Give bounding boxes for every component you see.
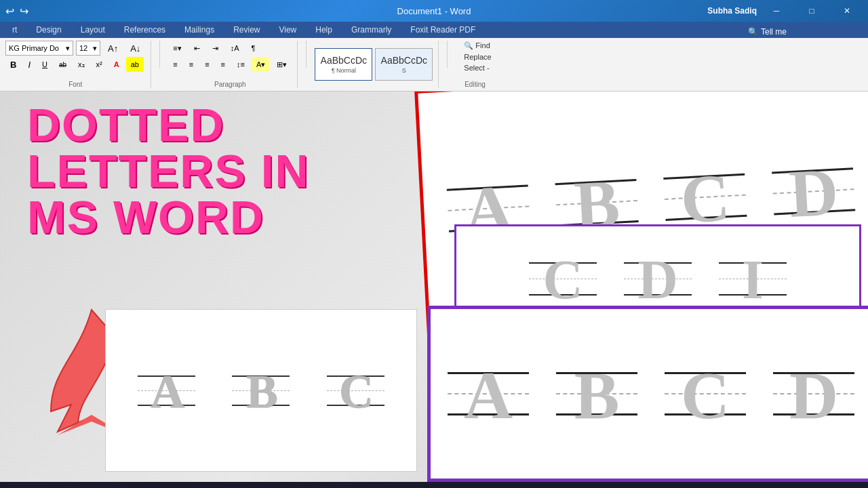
- superscript-button[interactable]: x²: [92, 57, 107, 72]
- style-second[interactable]: AaBbCcDc S: [375, 48, 433, 81]
- menu-item-help[interactable]: Help: [306, 22, 342, 38]
- menu-bar: rt Design Layout References Mailings Rev…: [0, 22, 868, 38]
- large-letter-C-purple: C: [665, 342, 746, 447]
- align-center-btn[interactable]: ≡: [184, 57, 198, 72]
- large-letter-D-purple: D: [773, 342, 854, 447]
- subscript-button[interactable]: x₂: [73, 57, 90, 72]
- large-char-C-p: C: [681, 357, 730, 434]
- editing-label: Editing: [465, 79, 486, 88]
- large-char-D-p: D: [789, 357, 838, 434]
- card-purple: A B C D: [427, 306, 868, 482]
- font-dropdown-icon: ▾: [66, 44, 70, 53]
- main-content: DOTTED LETTERS IN MS WORD A B: [0, 92, 868, 482]
- select-button[interactable]: Select -: [461, 63, 494, 73]
- title-bar-right: Subha Sadiq ─ □ ✕: [707, 0, 863, 22]
- menu-item-layout[interactable]: Layout: [71, 22, 115, 38]
- menu-item-foxit[interactable]: Foxit Reader PDF: [401, 22, 485, 38]
- style-normal[interactable]: AaBbCcDc ¶ Normal: [315, 48, 372, 81]
- menu-item-view[interactable]: View: [269, 22, 306, 38]
- undo-icon[interactable]: ↩: [5, 5, 14, 18]
- shading-btn[interactable]: A▾: [252, 57, 270, 72]
- menu-item-rt[interactable]: rt: [3, 22, 26, 38]
- underline-button[interactable]: U: [37, 57, 52, 72]
- font-controls-row2: B I U ab x₂ x² A ab: [5, 57, 144, 72]
- replace-button[interactable]: Replace: [461, 52, 494, 62]
- title-bar-left: ↩ ↪: [5, 5, 28, 18]
- large-letter-A-purple: A: [448, 342, 529, 447]
- para-controls-row1: ≡▾ ⇤ ⇥ ↕A ¶: [168, 41, 260, 56]
- med-char-I: I: [742, 248, 764, 312]
- bold-button[interactable]: B: [5, 57, 21, 72]
- align-right-btn[interactable]: ≡: [200, 57, 214, 72]
- font-group-label: Font: [68, 79, 82, 88]
- style-normal-name: ¶ Normal: [332, 67, 356, 74]
- title-line3: MS WORD: [27, 194, 310, 240]
- font-group: KG Primary Do ▾ 12 ▾ A↑ A↓ B I U ab x₂ x…: [5, 41, 151, 88]
- letter-A-left: A: [138, 352, 195, 430]
- justify-btn[interactable]: ≡: [216, 57, 230, 72]
- size-dropdown-icon: ▾: [93, 44, 97, 53]
- find-replace-area: 🔍 Find Replace Select -: [456, 41, 494, 73]
- para-controls-row2: ≡ ≡ ≡ ≡ ↕≡ A▾ ⊞▾: [168, 57, 292, 72]
- find-replace-group: 🔍 Find Replace Select - Editing: [456, 41, 499, 88]
- large-char-B-p: B: [574, 357, 620, 434]
- doc-preview-left: A B C: [105, 309, 417, 472]
- line-spacing-btn[interactable]: ↕≡: [232, 57, 250, 72]
- font-size-selector[interactable]: 12 ▾: [76, 41, 100, 56]
- strikethrough-button[interactable]: ab: [54, 57, 71, 72]
- large-letter-B-purple: B: [556, 342, 637, 447]
- med-char-D: D: [637, 248, 677, 312]
- large-char-A-p: A: [464, 357, 513, 434]
- search-icon: 🔍: [748, 27, 758, 37]
- indent-increase-btn[interactable]: ⇥: [208, 41, 223, 56]
- increase-font-btn[interactable]: A↑: [103, 41, 123, 56]
- menu-item-review[interactable]: Review: [224, 22, 269, 38]
- italic-button[interactable]: I: [23, 57, 35, 72]
- indent-decrease-btn[interactable]: ⇤: [189, 41, 205, 56]
- menu-item-references[interactable]: References: [115, 22, 175, 38]
- styles-group: AaBbCcDc ¶ Normal AaBbCcDc S: [315, 41, 439, 88]
- sort-btn[interactable]: ↕A: [226, 41, 244, 56]
- text-color-button[interactable]: A: [109, 57, 124, 72]
- letter-B-left: B: [232, 352, 290, 430]
- border-btn[interactable]: ⊞▾: [272, 57, 292, 72]
- align-list-btn[interactable]: ≡▾: [168, 41, 186, 56]
- decrease-font-btn[interactable]: A↓: [125, 41, 145, 56]
- ribbon-separator-3: [447, 41, 448, 68]
- med-char-C: C: [542, 248, 583, 312]
- menu-item-grammarly[interactable]: Grammarly: [342, 22, 401, 38]
- font-name-selector[interactable]: KG Primary Do ▾: [5, 41, 73, 56]
- ribbon-separator-1: [159, 41, 160, 68]
- style-second-name: S: [402, 67, 406, 74]
- ribbon: KG Primary Do ▾ 12 ▾ A↑ A↓ B I U ab x₂ x…: [0, 38, 868, 92]
- window-title: Document1 - Word: [397, 6, 471, 16]
- letter-C-left: C: [327, 352, 384, 430]
- char-A: A: [150, 365, 183, 419]
- font-controls-row1: KG Primary Do ▾ 12 ▾ A↑ A↓: [5, 41, 145, 56]
- minimize-button[interactable]: ─: [761, 0, 792, 22]
- title-overlay: DOTTED LETTERS IN MS WORD: [27, 102, 310, 240]
- show-hide-btn[interactable]: ¶: [247, 41, 260, 56]
- paragraph-group-label: Paragraph: [214, 79, 246, 88]
- paragraph-group: ≡▾ ⇤ ⇥ ↕A ¶ ≡ ≡ ≡ ≡ ↕≡ A▾ ⊞▾ Paragraph: [168, 41, 298, 88]
- title-line1: DOTTED: [27, 102, 310, 148]
- menu-item-mailings[interactable]: Mailings: [175, 22, 224, 38]
- style-second-preview: AaBbCcDc: [381, 55, 427, 66]
- tell-me-text: Tell me: [761, 27, 787, 37]
- title-bar: ↩ ↪ Document1 - Word Subha Sadiq ─ □ ✕: [0, 0, 868, 22]
- redo-icon[interactable]: ↪: [20, 5, 28, 18]
- search-area: 🔍 Tell me: [748, 27, 787, 37]
- align-left-btn[interactable]: ≡: [168, 57, 182, 72]
- ribbon-separator-2: [306, 41, 307, 68]
- user-name: Subha Sadiq: [707, 6, 757, 16]
- menu-item-design[interactable]: Design: [26, 22, 71, 38]
- style-normal-preview: AaBbCcDc: [321, 55, 367, 66]
- highlight-button[interactable]: ab: [126, 57, 144, 72]
- title-line2: LETTERS IN: [27, 148, 310, 194]
- close-button[interactable]: ✕: [831, 0, 863, 22]
- char-C: C: [339, 365, 372, 419]
- find-button[interactable]: 🔍 Find: [461, 41, 494, 51]
- large-char-D-red: D: [787, 152, 840, 233]
- maximize-button[interactable]: □: [796, 0, 827, 22]
- char-B: B: [246, 365, 277, 419]
